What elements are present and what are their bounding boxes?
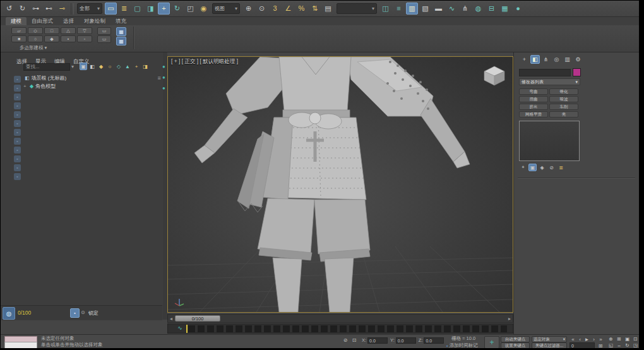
ribbon-tool-button[interactable]: ▫ (77, 35, 92, 42)
snap-toggle-icon[interactable]: 3 (269, 3, 281, 15)
toggle-layer-explorer-icon[interactable]: ▧ (419, 3, 431, 15)
toggle-scene-explorer-icon[interactable]: ▥ (406, 3, 418, 15)
expand-twisty-icon[interactable]: + (23, 83, 28, 89)
ribbon-tool-button[interactable]: ■ (11, 35, 27, 42)
explorer-display-toggle-icon[interactable]: ▫ (14, 164, 21, 171)
select-object-icon[interactable]: ▭ (105, 3, 117, 15)
angle-snap-icon[interactable]: ∠ (282, 3, 294, 15)
z-coordinate-field[interactable]: 0.0 (424, 337, 444, 344)
zoom-region-icon[interactable]: ◱ (608, 342, 614, 348)
explorer-display-toggle-icon[interactable]: ▫ (14, 173, 21, 180)
modifier-button[interactable]: 壳 (549, 111, 578, 118)
ribbon-tool-button[interactable]: ▽ (77, 27, 92, 34)
explorer-display-toggle-icon[interactable]: ▫ (14, 138, 21, 145)
filter-shapes-icon[interactable]: ○ (106, 63, 114, 70)
modifier-stack[interactable] (519, 121, 580, 161)
modifier-button[interactable]: 锥化 (549, 88, 578, 95)
ribbon-tool-button[interactable]: ▪ (61, 35, 76, 42)
object-color-swatch[interactable] (573, 68, 581, 76)
filter-geometry-icon[interactable]: ◆ (97, 63, 105, 70)
selection-filter-dropdown[interactable]: 全部 ▾ (77, 3, 102, 14)
explorer-display-toggle-icon[interactable]: ▫ (14, 147, 21, 154)
filter-children-icon[interactable]: ◧ (88, 63, 96, 70)
current-frame-marker[interactable] (186, 325, 188, 333)
tab-utilities[interactable]: ⚙ (573, 55, 583, 64)
explorer-display-toggle-icon[interactable]: ▫ (14, 94, 21, 100)
modifier-button[interactable]: 噪波 (549, 96, 578, 102)
filter-helpers-icon[interactable]: + (133, 63, 140, 70)
ribbon-tool-button[interactable]: ◆ (44, 35, 59, 42)
explorer-display-toggle-icon[interactable]: ▫ (14, 102, 21, 109)
select-by-name-icon[interactable]: ≣ (118, 3, 130, 15)
select-and-rotate-icon[interactable]: ↻ (171, 3, 183, 15)
tab-display[interactable]: ▥ (563, 55, 572, 64)
pan-view-icon[interactable]: ↔ (616, 342, 622, 348)
dock-edge-icon[interactable]: ● (162, 86, 167, 91)
y-coordinate-field[interactable]: 0.0 (396, 337, 416, 344)
remove-modifier-icon[interactable]: ⊘ (547, 164, 556, 171)
tree-options-icon[interactable]: ≣ (157, 76, 161, 81)
filter-lights-icon[interactable]: ◇ (115, 63, 122, 70)
schematic-view-icon[interactable]: ⋔ (459, 3, 471, 15)
bind-to-space-warp-icon[interactable]: ⊸ (56, 3, 68, 15)
spinner-snap-icon[interactable]: ⇅ (309, 3, 321, 15)
filter-all-icon[interactable]: ▣ (80, 63, 87, 70)
reference-coordinate-dropdown[interactable]: 视图 ▾ (212, 3, 240, 14)
tree-row[interactable]: ◧ 场景根 (无标题) ≣ (23, 74, 161, 82)
search-input[interactable]: 查找... (23, 63, 70, 71)
filter-bones-icon[interactable]: ◨ (141, 63, 149, 70)
unlink-selection-icon[interactable]: ⊷ (43, 3, 55, 15)
ribbon-tool-button[interactable]: □ (44, 27, 59, 34)
explorer-display-toggle-icon[interactable]: ▫ (14, 111, 21, 118)
edit-named-selection-sets-icon[interactable]: ▤ (322, 3, 334, 15)
explorer-display-toggle-icon[interactable]: ▫ (14, 76, 21, 83)
tab-motion[interactable]: ◎ (552, 55, 561, 64)
ribbon-tool-button[interactable]: ▱ (11, 27, 27, 34)
named-selection-sets-dropdown[interactable]: ▾ (337, 3, 377, 14)
ribbon-tool-button[interactable]: ▭ (97, 35, 111, 43)
pin-stack-icon[interactable]: ⌖ (519, 164, 527, 171)
key-filters-button[interactable]: 关键点过滤器... (532, 342, 567, 348)
time-tag[interactable]: ▪ 添加时间标记 (446, 342, 478, 348)
select-and-move-icon[interactable]: + (158, 3, 170, 15)
time-configuration-button[interactable]: ⊞ (597, 342, 604, 348)
maximize-viewport-icon[interactable]: ◳ (633, 342, 638, 348)
tab-modify[interactable]: ◧ (530, 55, 540, 64)
dock-edge-icon[interactable]: ● (162, 64, 167, 69)
panel-splitter[interactable] (518, 178, 635, 179)
tab-create[interactable]: + (520, 55, 529, 64)
window-crossing-icon[interactable]: ◨ (145, 3, 157, 15)
align-icon[interactable]: ≡ (393, 3, 405, 15)
ribbon-tab-modeling[interactable]: 建模 (6, 17, 27, 25)
toggle-ribbon-icon[interactable]: ▬ (432, 3, 444, 15)
ribbon-tool-button[interactable]: ▭ (97, 27, 111, 35)
absolute-mode-icon[interactable]: ⊡ (350, 337, 358, 344)
zoom-icon[interactable]: ⊕ (608, 335, 614, 342)
track-bar[interactable]: ∿ (167, 323, 513, 334)
ribbon-tool-button[interactable]: ○ (28, 35, 43, 42)
ribbon-tab-object-paint[interactable]: 对象绘制 (79, 17, 110, 25)
explorer-display-toggle-icon[interactable]: ▫ (14, 120, 21, 127)
show-end-result-icon[interactable]: ▣ (528, 164, 537, 171)
ribbon-tool-button[interactable]: ◇ (28, 27, 43, 34)
explorer-display-toggle-icon[interactable]: ▫ (14, 129, 21, 136)
explorer-display-toggle-icon[interactable]: ▫ (14, 85, 21, 92)
tree-row[interactable]: + ◆ 角色模型 (23, 82, 161, 90)
select-and-scale-icon[interactable]: ◰ (184, 3, 196, 15)
select-and-manipulate-icon[interactable]: ⊙ (256, 3, 268, 15)
redo-icon[interactable]: ↻ (16, 3, 28, 15)
ribbon-active-tool-button[interactable]: ▦ (116, 27, 126, 36)
curve-editor-icon[interactable]: ∿ (446, 3, 458, 15)
select-and-link-icon[interactable]: ⊶ (30, 3, 42, 15)
object-name-field[interactable] (519, 69, 571, 76)
dock-edge-icon[interactable]: ● (162, 75, 167, 80)
mini-curve-editor-button[interactable]: ∿ (176, 325, 184, 333)
set-keys-mode-button[interactable]: 设置关键点 (501, 342, 530, 348)
modifier-button[interactable]: 扭曲 (519, 96, 548, 102)
make-unique-icon[interactable]: ◈ (538, 164, 546, 171)
rendered-frame-window-icon[interactable]: ▦ (499, 3, 511, 15)
selection-lock-icon[interactable]: ⊘ (342, 337, 349, 344)
ribbon-group-label[interactable]: 多边形建模 ▾ (20, 45, 47, 51)
time-slider[interactable]: ◂ 0/100 ▸ (167, 314, 513, 323)
material-editor-icon[interactable]: ◍ (472, 3, 484, 15)
